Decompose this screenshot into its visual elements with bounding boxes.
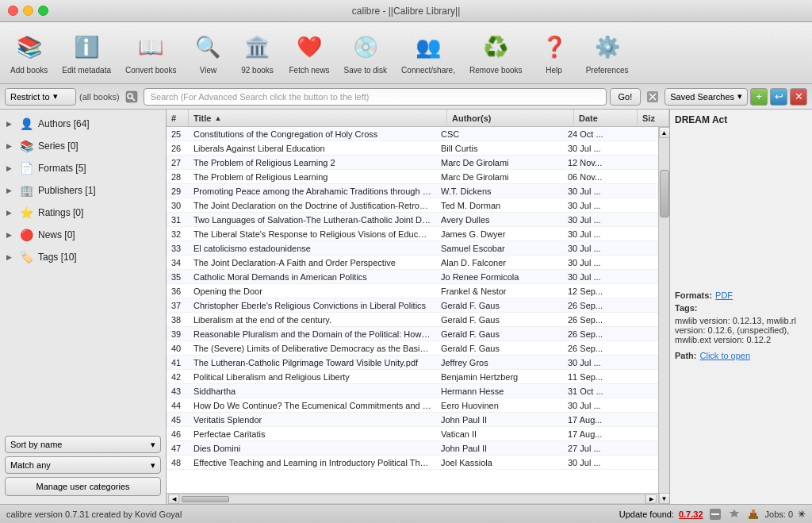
table-row[interactable]: 46 Perfectae Caritatis Vatican II 17 Aug… [167,427,658,441]
table-row[interactable]: 37 Christopher Eberle's Religious Convic… [167,298,658,313]
table-row[interactable]: 27 The Problem of Religious Learning 2 M… [167,156,658,170]
sidebar-label-ratings: Ratings [0] [38,207,159,218]
table-row[interactable]: 42 Political Liberalism and Religious Li… [167,370,658,384]
main-content: ▶ 👤 Authors [64] ▶ 📚 Series [0] ▶ 📄 Form… [0,110,812,504]
sidebar-item-ratings[interactable]: ▶ ⭐ Ratings [0] [0,202,166,224]
cell-date: 30 Jul ... [563,258,626,267]
sort-by-select[interactable]: Sort by name ▾ [5,436,161,453]
edit-metadata-button[interactable]: ℹ️ Edit metadata [56,27,117,79]
match-select[interactable]: Match any ▾ [5,456,161,474]
table-row[interactable]: 39 Reasonable Pluralism and the Domain o… [167,327,658,341]
table-row[interactable]: 41 The Lutheran-Catholic Pilgrimage Towa… [167,356,658,370]
cell-num: 34 [167,258,189,267]
scroll-up-button[interactable]: ▲ [659,127,670,138]
table-row[interactable]: 25 Constitutions of the Congregation of … [167,127,658,141]
clear-search-button[interactable] [644,88,661,106]
all-books-label: (all books) [79,92,120,102]
cell-author: John Paul II [436,415,563,425]
cell-num: 44 [167,401,189,410]
cell-author: Frankel & Nestor [436,286,563,296]
column-header-num[interactable]: # [167,110,189,126]
table-row[interactable]: 47 Dies Domini John Paul II 27 Jul ... [167,441,658,456]
cell-author: Marc De Girolami [436,172,563,182]
table-row[interactable]: 48 Effective Teaching and Learning in In… [167,456,658,470]
saved-searches-select[interactable]: Saved Searches ▾ [665,88,748,106]
sidebar-item-publishers[interactable]: ▶ 🏢 Publishers [1] [0,179,166,202]
restrict-to-select[interactable]: Restrict to ▾ [5,88,76,106]
remove-books-button[interactable]: ♻️ Remove books [463,27,529,79]
sidebar-item-authors[interactable]: ▶ 👤 Authors [64] [0,113,166,135]
edit-metadata-label: Edit metadata [62,66,111,75]
table-row[interactable]: 44 How Do We Continue? The Ecumenical Co… [167,398,658,413]
save-search-button[interactable]: + [750,88,768,106]
sidebar-item-formats[interactable]: ▶ 📄 Formats [5] [0,157,166,179]
cell-author: Jo Renee Formicola [436,272,563,282]
scroll-track[interactable] [659,138,670,493]
table-row[interactable]: 29 Promoting Peace among the Abrahamic T… [167,184,658,198]
manage-categories-button[interactable]: Manage user categories [5,477,161,496]
scroll-thumb[interactable] [660,170,669,217]
search-input[interactable]: Search (For Advanced Search click the bu… [144,88,607,106]
cell-num: 39 [167,329,189,339]
column-header-size[interactable]: Siz [638,110,669,126]
sidebar-item-series[interactable]: ▶ 📚 Series [0] [0,135,166,157]
add-books-button[interactable]: 📚 Add books [4,27,54,79]
books-icon: 🏛️ [241,31,273,63]
table-row[interactable]: 40 The (Severe) Limits of Deliberative D… [167,341,658,356]
books-button[interactable]: 🏛️ 92 books [233,27,281,79]
table-row[interactable]: 32 The Liberal State's Response to Relig… [167,227,658,241]
table-row[interactable]: 38 Liberalism at the end of the century.… [167,313,658,327]
view-button[interactable]: 🔍 View [184,27,232,79]
scroll-down-button[interactable]: ▼ [659,493,670,504]
h-scroll-track[interactable] [179,494,645,504]
col-num-label: # [171,113,176,123]
save-to-disk-label: Save to disk [344,66,387,75]
fetch-news-button[interactable]: ❤️ Fetch news [282,27,335,79]
h-scroll-thumb[interactable] [182,496,229,502]
table-row[interactable]: 30 The Joint Declaration on the Doctrine… [167,198,658,213]
sidebar-item-tags[interactable]: ▶ 🏷️ Tags [10] [0,246,166,268]
update-version-link[interactable]: 0.7.32 [679,510,703,519]
vertical-scrollbar[interactable]: ▲ ▼ [658,127,669,504]
table-row[interactable]: 26 Liberals Against Liberal Education Bi… [167,141,658,156]
status-icon-1[interactable] [708,507,722,521]
table-row[interactable]: 34 The Joint Declaration-A Faith and Ord… [167,256,658,270]
column-header-date[interactable]: Date [574,110,638,126]
delete-search-button[interactable]: ✕ [790,88,807,106]
formats-value[interactable]: PDF [715,290,733,300]
column-header-title[interactable]: Title ▲ [189,110,447,126]
maximize-button[interactable] [38,6,48,16]
table-row[interactable]: 28 The Problem of Religious Learning Mar… [167,170,658,184]
preferences-button[interactable]: ⚙️ Preferences [580,27,635,79]
close-button[interactable] [8,6,18,16]
horizontal-scrollbar[interactable]: ◀ ▶ [167,493,658,504]
convert-books-button[interactable]: 📖 Convert books [119,27,182,79]
cell-date: 30 Jul ... [563,187,626,196]
status-icon-3[interactable] [746,507,760,521]
table-row[interactable]: 43 Siddhartha Hermann Hesse 31 Oct ... [167,384,658,398]
column-header-authors[interactable]: Author(s) [447,110,574,126]
table-row[interactable]: 31 Two Languages of Salvation-The Luther… [167,213,658,227]
connect-share-label: Connect/share, [401,66,455,75]
status-icon-2[interactable] [727,507,741,521]
table-row[interactable]: 35 Catholic Moral Demands in American Po… [167,270,658,284]
table-row[interactable]: 45 Veritatis Splendor John Paul II 17 Au… [167,413,658,427]
h-scroll-left-button[interactable]: ◀ [168,494,179,504]
books-label: 92 books [241,66,274,75]
minimize-button[interactable] [23,6,33,16]
book-list-body[interactable]: 25 Constitutions of the Congregation of … [167,127,658,493]
sidebar-item-news[interactable]: ▶ 🔴 News [0] [0,224,166,246]
load-search-button[interactable]: ↩ [770,88,787,106]
h-scroll-right-button[interactable]: ▶ [645,494,657,504]
sidebar-arrow-ratings: ▶ [6,209,14,217]
go-button[interactable]: Go! [610,88,642,106]
save-to-disk-button[interactable]: 💿 Save to disk [338,27,393,79]
path-value[interactable]: Click to open [700,351,751,360]
help-button[interactable]: ❓ Help [530,27,578,79]
connect-share-button[interactable]: 👥 Connect/share, [395,27,462,79]
svg-rect-7 [711,513,719,515]
table-row[interactable]: 33 El catolicismo estadounidense Samuel … [167,241,658,256]
advanced-search-button[interactable] [123,88,140,106]
table-row[interactable]: 36 Opening the Door Frankel & Nestor 12 … [167,284,658,298]
save-search-icon: + [756,90,762,102]
